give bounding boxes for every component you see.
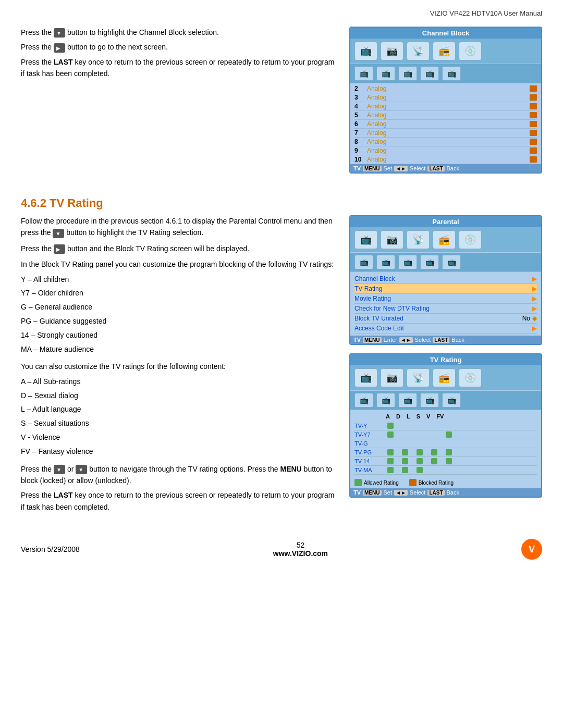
right-column-top: Channel Block 📺 📷 📡 📻 💿 📺 📺 📺 📺 📺 2 Anal…	[349, 27, 542, 182]
table-row: 8 Analog	[354, 138, 537, 146]
rating-pg: PG – Guidance suggested	[21, 315, 339, 328]
p-icon-sm-1: 📺	[354, 255, 373, 269]
tv-rating-panel: TV Rating 📺 📷 📡 📻 💿 📺 📺 📺 📺 📺 A D L	[349, 353, 542, 498]
icon-sm-2: 📺	[376, 66, 395, 81]
cell-tv14-v	[444, 458, 454, 465]
tvr-camera-icon: 📷	[381, 368, 403, 387]
cell-tvpg-v	[444, 449, 454, 456]
label-tvg: TV-G	[354, 440, 381, 447]
rating-y: Y – All children	[21, 274, 339, 286]
arrow-movie-rating: ▶	[532, 295, 537, 302]
parental-footer: TV MENU Enter ◄► Select LAST Back	[350, 336, 541, 344]
content-d: D – Sexual dialog	[21, 390, 339, 402]
rating-g: G – General audience	[21, 301, 339, 314]
cell-tv14-l	[415, 458, 424, 465]
arrow-tv-rating: ▶	[532, 285, 537, 292]
menu-tv-rating: TV Rating ▶	[354, 284, 537, 294]
para-press-btn: Press the button and the Block TV Rating…	[21, 243, 339, 254]
icon-sm-5: 📺	[442, 66, 461, 81]
tv-icon: 📺	[354, 42, 377, 60]
cell-tvy-fv	[459, 422, 468, 429]
footer-tv-label: TV	[353, 165, 361, 171]
menu-label-access-code: Access Code Edit	[354, 325, 532, 332]
block-unrated-value: No	[522, 315, 530, 322]
tvr-footer-tv: TV	[353, 489, 361, 496]
p-icon-sm-4: 📺	[420, 255, 439, 269]
bottom-two-col: Follow the procedure in the previous sec…	[0, 215, 563, 513]
antenna-icon: 📻	[433, 42, 456, 60]
cell-tvy-d	[400, 422, 410, 429]
down-btn-icon3	[76, 465, 87, 474]
menu-access-code: Access Code Edit ▶	[354, 324, 537, 334]
cell-tvy7-v	[444, 431, 454, 438]
legend-allowed-label: Allowed Rating	[364, 480, 399, 486]
table-row: 3 Analog	[354, 93, 537, 102]
section-462: 4.6.2 TV Rating	[0, 182, 563, 210]
cell-tvpg-l	[415, 449, 424, 456]
cell-tvpg-s	[430, 449, 439, 456]
cell-tvma-s	[430, 466, 439, 474]
cell-tvma-fv	[459, 466, 468, 474]
lock-icon	[530, 94, 537, 101]
menu-label-movie-rating: Movie Rating	[354, 295, 532, 302]
cell-tvy7-fv	[459, 431, 468, 438]
rating-row-tvma: TV-MA	[354, 466, 537, 475]
tv-rating-title: TV Rating	[350, 354, 541, 365]
cell-tvy7-s	[430, 431, 439, 438]
cell-tvy-a	[386, 422, 395, 429]
menu-dtv-rating: Check for New DTV Rating ▶	[354, 304, 537, 314]
cell-tvy-v	[444, 422, 454, 429]
left-text-bottom: Follow the procedure in the previous sec…	[21, 215, 339, 513]
p-camera-icon: 📷	[381, 230, 403, 249]
p-icon-sm-3: 📺	[398, 255, 417, 269]
cell-tvg-d	[400, 440, 410, 447]
rating-row-tvy: TV-Y	[354, 422, 537, 430]
right-button-icon	[54, 43, 65, 53]
label-tv14: TV-14	[354, 458, 381, 464]
tv-rating-grid: A D L S V FV TV-Y	[350, 410, 541, 477]
rating-y7: Y7 – Older children	[21, 287, 339, 300]
col-s: S	[417, 413, 420, 419]
table-row: 5 Analog	[354, 111, 537, 120]
tvr-icon-sm-2: 📺	[376, 393, 395, 408]
table-row: 10 Analog	[354, 155, 537, 164]
col-fv: FV	[436, 413, 444, 419]
tv-rating-footer: TV MENU Set ◄► Select LAST Back	[350, 488, 541, 497]
blocked-icon	[409, 479, 417, 486]
rating-legend: Allowed Rating Blocked Rating	[350, 477, 541, 488]
lock-icon	[530, 147, 537, 154]
cell-tv14-d	[400, 458, 410, 465]
lock-icon	[530, 112, 537, 118]
down-button-icon	[54, 28, 65, 38]
cell-tvg-l	[415, 440, 424, 447]
rating-row-tvy7: TV-Y7	[354, 430, 537, 439]
menu-label-tv-rating: TV Rating	[354, 285, 532, 292]
para-next-screen: Press the button to go to the next scree…	[21, 41, 339, 53]
cell-tvma-l	[415, 466, 424, 474]
tvr-tv-icon: 📺	[354, 368, 377, 387]
label-tvy7: TV-Y7	[354, 431, 381, 438]
camera-icon: 📷	[381, 42, 403, 60]
icon-sm-1: 📺	[354, 66, 373, 81]
cell-tvpg-a	[386, 449, 395, 456]
table-row: 6 Analog	[354, 120, 537, 129]
tvr-icon-sm-4: 📺	[420, 393, 439, 408]
p-icon-sm-2: 📺	[376, 255, 395, 269]
para-last-key: Press the LAST key once to return to the…	[21, 56, 339, 80]
col-l: L	[407, 413, 410, 419]
allowed-icon	[354, 479, 362, 486]
lock-icon	[530, 85, 537, 92]
channel-table: 2 Analog 3 Analog 4 Analog 5 Analog	[350, 83, 541, 164]
tvr-satellite-icon: 📡	[407, 368, 430, 387]
rating-col-headers: A D L S V FV	[354, 412, 537, 422]
para-customize-intro: In the Block TV Rating panel you can cus…	[21, 258, 339, 270]
panel-icons-row2: 📺 📺 📺 📺 📺	[350, 64, 541, 83]
col-a: A	[386, 413, 390, 419]
down-btn-icon2	[53, 229, 64, 238]
col-v: V	[426, 413, 430, 419]
rating-row-tvg: TV-G	[354, 439, 537, 448]
menu-label-dtv-rating: Check for New DTV Rating	[354, 305, 532, 312]
tv-rating-icons-row2: 📺 📺 📺 📺 📺	[350, 391, 541, 410]
section-title-462: 4.6.2 TV Rating	[21, 196, 542, 210]
icon-sm-4: 📺	[420, 66, 439, 81]
